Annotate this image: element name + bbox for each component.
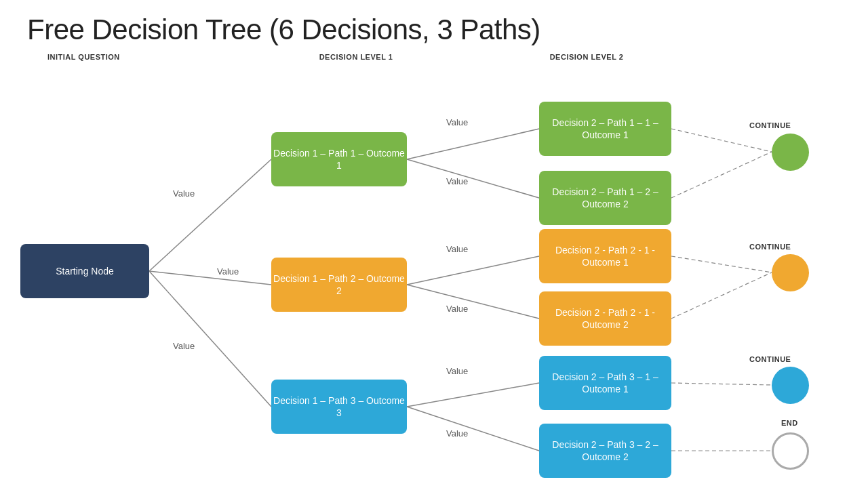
page: Free Decision Tree (6 Decisions, 3 Paths… bbox=[0, 0, 868, 488]
column-headers: INITIAL QUESTION DECISION LEVEL 1 DECISI… bbox=[27, 53, 841, 61]
d2-path3-2-node: Decision 2 – Path 3 – 2 – Outcome 2 bbox=[539, 424, 671, 478]
d2-path2-1-node: Decision 2 - Path 2 - 1 - Outcome 1 bbox=[539, 229, 671, 283]
svg-line-12 bbox=[671, 272, 772, 319]
col-header-2: DECISION LEVEL 1 bbox=[281, 53, 431, 61]
svg-line-1 bbox=[149, 271, 271, 285]
svg-line-9 bbox=[671, 129, 772, 152]
outcome-circle-4 bbox=[772, 432, 809, 470]
value-label-7: Value bbox=[446, 304, 468, 314]
d2-path1-2-node: Decision 2 – Path 1 – 2 – Outcome 2 bbox=[539, 171, 671, 225]
svg-line-13 bbox=[671, 383, 772, 385]
value-label-5: Value bbox=[446, 176, 468, 186]
d2-path2-2-node: Decision 2 - Path 2 - 1 - Outcome 2 bbox=[539, 291, 671, 346]
outcome-circle-1 bbox=[772, 134, 809, 171]
col-header-3: DECISION LEVEL 2 bbox=[512, 53, 661, 61]
starting-node: Starting Node bbox=[20, 244, 149, 298]
value-label-3: Value bbox=[173, 341, 195, 351]
value-label-2: Value bbox=[217, 266, 239, 277]
value-label-4: Value bbox=[446, 117, 468, 127]
d1-path1-node: Decision 1 – Path 1 – Outcome 1 bbox=[271, 132, 407, 186]
svg-line-3 bbox=[407, 129, 539, 159]
outcome-circle-2 bbox=[772, 254, 809, 291]
d2-path1-1-node: Decision 2 – Path 1 – 1 – Outcome 1 bbox=[539, 102, 671, 156]
col-header-1: INITIAL QUESTION bbox=[47, 53, 176, 61]
d1-path2-node: Decision 1 – Path 2 – Outcome 2 bbox=[271, 258, 407, 312]
outcome-label-3: CONTINUE bbox=[749, 355, 791, 363]
svg-line-10 bbox=[671, 152, 772, 198]
svg-line-11 bbox=[671, 256, 772, 272]
d1-path3-node: Decision 1 – Path 3 – Outcome 3 bbox=[271, 380, 407, 434]
svg-line-6 bbox=[407, 285, 539, 319]
value-label-6: Value bbox=[446, 244, 468, 254]
svg-line-2 bbox=[149, 271, 271, 407]
page-title: Free Decision Tree (6 Decisions, 3 Paths… bbox=[27, 14, 841, 46]
outcome-circle-3 bbox=[772, 367, 809, 404]
outcome-label-4: END bbox=[781, 419, 798, 427]
outcome-label-1: CONTINUE bbox=[749, 121, 791, 129]
value-label-1: Value bbox=[173, 188, 195, 199]
svg-line-7 bbox=[407, 383, 539, 407]
svg-line-0 bbox=[149, 159, 271, 271]
svg-line-8 bbox=[407, 407, 539, 451]
value-label-9: Value bbox=[446, 428, 468, 439]
d2-path3-1-node: Decision 2 – Path 3 – 1 – Outcome 1 bbox=[539, 356, 671, 410]
value-label-8: Value bbox=[446, 366, 468, 376]
outcome-label-2: CONTINUE bbox=[749, 243, 791, 251]
svg-line-4 bbox=[407, 159, 539, 198]
svg-line-5 bbox=[407, 256, 539, 285]
